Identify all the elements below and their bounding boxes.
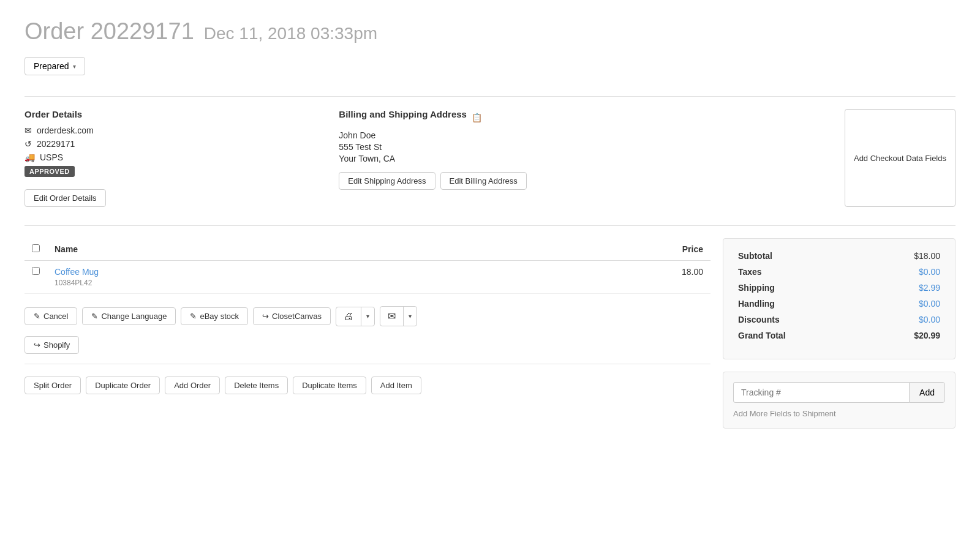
tracking-add-button[interactable]: Add [909,382,945,403]
divider [24,96,956,97]
add-checkout-data-fields-button[interactable]: Add Checkout Data Fields [845,109,956,207]
order-id: 20229171 [37,139,75,149]
subtotal-label: Subtotal [738,251,772,261]
cancel-label: Cancel [43,312,68,321]
shipping-label: Shipping [738,283,775,293]
email-icon: ✉ [24,126,32,135]
edit-shipping-address-button[interactable]: Edit Shipping Address [339,172,435,190]
edit-shipping-label: Edit Shipping Address [348,176,426,186]
duplicate-order-button[interactable]: Duplicate Order [86,377,160,394]
print-caret-icon: ▾ [366,313,369,320]
closet-canvas-button[interactable]: ↪ ClosetCanvas [253,307,331,325]
split-order-label: Split Order [34,381,72,390]
edit-billing-address-button[interactable]: Edit Billing Address [440,172,527,190]
address-title: Billing and Shipping Address [339,109,467,119]
print-split-button: 🖨 ▾ [336,307,375,326]
add-item-button[interactable]: Add Item [371,377,421,394]
mail-icon: ✉ [388,311,396,321]
delete-items-label: Delete Items [234,381,279,390]
summary-card: Subtotal $18.00 Taxes $0.00 Shipping $2.… [723,238,956,359]
delete-items-button[interactable]: Delete Items [225,377,288,394]
address-title-row: Billing and Shipping Address 📋 [339,109,641,126]
change-language-label: Change Language [101,312,167,321]
top-info-grid: Order Details ✉ orderdesk.com ↺ 20229171… [24,109,956,207]
handling-label: Handling [738,299,775,309]
status-label: Prepared [34,61,69,71]
order-details-title: Order Details [24,109,326,119]
shopify-row: ↪ Shopify [24,336,710,354]
order-action-buttons: Split Order Duplicate Order Add Order De… [24,377,710,394]
taxes-label: Taxes [738,267,762,277]
grand-total-row: Grand Total $20.99 [738,331,940,340]
change-language-button[interactable]: ✎ Change Language [82,307,176,325]
shipping-method-row: 🚚 USPS [24,152,326,162]
approved-badge: APPROVED [24,166,75,177]
address-section: Billing and Shipping Address 📋 John Doe … [339,109,641,207]
duplicate-order-label: Duplicate Order [95,381,151,390]
ebay-stock-button[interactable]: ✎ eBay stock [181,307,248,325]
edit-order-details-label: Edit Order Details [34,193,97,203]
subtotal-row: Subtotal $18.00 [738,251,940,261]
item-name-link[interactable]: Coffee Mug [55,267,99,277]
row-checkbox-0[interactable] [32,267,40,275]
discounts-label: Discounts [738,315,780,324]
print-dropdown-button[interactable]: ▾ [361,309,374,323]
items-table: Name Price Coffee Mug 10384PL42 18.00 [24,238,710,294]
divider-3 [24,364,710,364]
shopify-label: Shopify [43,340,70,350]
select-all-checkbox[interactable] [32,244,40,252]
mail-dropdown-button[interactable]: ▾ [404,309,417,323]
grand-total-label: Grand Total [738,331,786,340]
mail-button[interactable]: ✉ [380,307,404,326]
edit-billing-label: Edit Billing Address [450,176,518,186]
table-row: Coffee Mug 10384PL42 18.00 [24,261,710,294]
row-checkbox-cell [24,261,47,294]
page: Order 20229171 Dec 11, 2018 03:33pm Prep… [0,0,980,551]
address-city-state: Your Town, CA [339,154,641,163]
shipping-row: Shipping $2.99 [738,283,940,293]
order-header: Order 20229171 Dec 11, 2018 03:33pm [24,18,956,45]
items-table-container: Name Price Coffee Mug 10384PL42 18.00 ✎ [24,238,710,429]
action-buttons-row1: ✎ Cancel ✎ Change Language ✎ eBay stock … [24,306,710,326]
price-col-header: Price [458,238,710,261]
shipping-method: USPS [40,152,63,162]
select-all-col [24,238,47,261]
name-col-header: Name [47,238,458,261]
add-order-button[interactable]: Add Order [165,377,220,394]
tracking-number-input[interactable] [733,382,909,403]
subtotal-val: $18.00 [914,251,940,261]
divider-2 [24,225,956,226]
pencil2-icon: ✎ [91,312,98,321]
copy-icon: 📋 [472,113,482,122]
shopify-button[interactable]: ↪ Shopify [24,336,79,354]
checkout-section: Add Checkout Data Fields [654,109,956,207]
discounts-row: Discounts $0.00 [738,315,940,324]
duplicate-items-button[interactable]: Duplicate Items [293,377,366,394]
print-icon: 🖨 [344,311,353,321]
item-price-cell: 18.00 [458,261,710,294]
tracking-add-label: Add [919,388,935,397]
split-order-button[interactable]: Split Order [24,377,81,394]
print-button[interactable]: 🖨 [336,307,361,326]
tracking-input-row: Add [733,382,945,403]
mail-caret-icon: ▾ [409,313,412,320]
order-title: Order 20229171 [24,18,194,45]
order-source: orderdesk.com [37,126,94,135]
item-name-cell: Coffee Mug 10384PL42 [47,261,458,294]
order-source-row: ✉ orderdesk.com [24,126,326,135]
tracking-card: Add Add More Fields to Shipment [723,372,956,429]
refresh-icon: ↺ [24,139,32,149]
add-item-label: Add Item [380,381,412,390]
taxes-row: Taxes $0.00 [738,267,940,277]
chevron-down-icon: ▾ [73,63,76,70]
cancel-button[interactable]: ✎ Cancel [24,307,77,325]
truck-icon: 🚚 [24,152,35,162]
handling-val: $0.00 [919,299,940,309]
ebay-stock-label: eBay stock [200,312,239,321]
status-dropdown[interactable]: Prepared ▾ [24,57,85,75]
grand-total-val: $20.99 [914,331,940,340]
items-area: Name Price Coffee Mug 10384PL42 18.00 ✎ [24,238,956,429]
ebay-icon: ✎ [190,312,197,321]
edit-order-details-button[interactable]: Edit Order Details [24,189,106,207]
pencil-icon: ✎ [34,312,40,321]
